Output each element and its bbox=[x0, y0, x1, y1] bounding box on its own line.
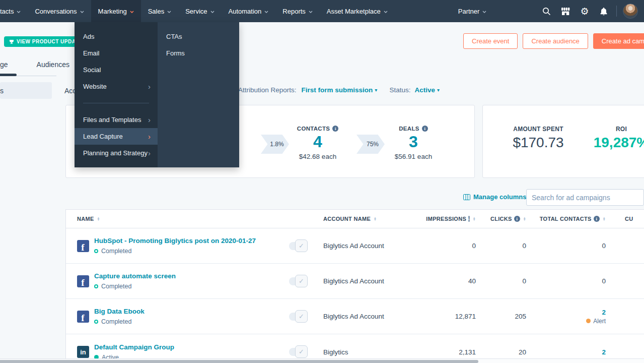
menu-item-social[interactable]: Social bbox=[75, 62, 158, 78]
nav-item-partner[interactable]: Partner bbox=[451, 0, 494, 22]
attribution-report-dropdown[interactable]: First form submission bbox=[302, 86, 373, 94]
info-icon[interactable]: i bbox=[422, 126, 428, 132]
nav-item-sales[interactable]: Sales bbox=[141, 0, 179, 22]
menu-item-email[interactable]: Email bbox=[75, 45, 158, 62]
submenu-item-ctas[interactable]: CTAs bbox=[158, 28, 239, 45]
table-row: f HubSpot - Promoting Biglytics post on … bbox=[66, 228, 644, 264]
columns-icon bbox=[463, 194, 470, 200]
chevron-down-icon bbox=[210, 11, 214, 13]
impressions-cell: 40 bbox=[427, 277, 476, 285]
campaign-link[interactable]: Big Data Ebook bbox=[94, 308, 145, 315]
contacts-value[interactable]: 4 bbox=[282, 133, 353, 151]
campaign-enable-toggle[interactable]: ✓ bbox=[289, 277, 306, 285]
menu-item-lead-capture[interactable]: Lead Capture › bbox=[75, 128, 158, 145]
chevron-down-icon bbox=[130, 11, 134, 13]
nav-item-label: Service bbox=[185, 8, 207, 15]
submenu-item-forms[interactable]: Forms bbox=[158, 45, 239, 62]
top-navigation: tacts Conversations Marketing Sales Serv… bbox=[0, 0, 644, 22]
marketing-dropdown-menu: Ads Email Social Website › Files and Tem… bbox=[75, 22, 239, 167]
deals-metric: DEALS i 3 $56.91 each bbox=[378, 126, 449, 160]
create-audience-button[interactable]: Create audience bbox=[523, 33, 588, 49]
tab-manage[interactable]: ge bbox=[0, 56, 14, 76]
total-contacts-cell: 0 bbox=[526, 277, 606, 285]
totals-card: AMOUNT SPENT $170.73 ROI 19,287% bbox=[482, 105, 644, 178]
nav-item-service[interactable]: Service bbox=[178, 0, 221, 22]
facebook-icon: f bbox=[77, 240, 89, 252]
campaign-enable-toggle[interactable]: ✓ bbox=[289, 313, 306, 321]
column-header-total-contacts[interactable]: TOTAL CONTACTS i ▲▼ bbox=[526, 216, 606, 222]
search-input[interactable] bbox=[526, 189, 644, 206]
status-dropdown[interactable]: Active bbox=[414, 86, 435, 94]
facebook-icon: f bbox=[77, 311, 89, 323]
chevron-right-icon: › bbox=[148, 133, 151, 140]
roi-metric: ROI 19,287% bbox=[591, 126, 644, 151]
nav-item-label: Partner bbox=[458, 8, 480, 15]
notifications-bell-icon[interactable] bbox=[594, 0, 613, 22]
filter-pill[interactable]: s bbox=[0, 82, 52, 99]
menu-item-planning-and-strategy[interactable]: Planning and Strategy › bbox=[75, 145, 158, 161]
column-header-name[interactable]: NAME ▲▼ bbox=[77, 216, 100, 222]
campaign-enable-toggle[interactable]: ✓ bbox=[289, 242, 306, 250]
attribution-reports-label: Attribution Reports: bbox=[238, 86, 297, 94]
campaign-link[interactable]: HubSpot - Promoting Biglytics post on 20… bbox=[94, 237, 256, 245]
nav-item-marketing[interactable]: Marketing bbox=[91, 0, 141, 22]
chevron-down-icon bbox=[384, 11, 388, 13]
nav-item-label: Reports bbox=[282, 8, 306, 15]
impressions-cell: 2,131 bbox=[427, 348, 476, 356]
nav-item-label: Automation bbox=[229, 8, 262, 15]
settings-gear-icon[interactable]: ⚙ bbox=[575, 0, 594, 22]
clicks-cell: 20 bbox=[476, 348, 526, 356]
info-icon[interactable]: i bbox=[594, 216, 600, 222]
search-box bbox=[526, 189, 644, 206]
create-ad-campaign-button[interactable]: Create ad campaign bbox=[593, 33, 644, 49]
column-header-clicks[interactable]: CLICKS i ▲▼ bbox=[476, 216, 526, 222]
info-icon[interactable]: i bbox=[514, 216, 520, 222]
contacts-label: CONTACTS bbox=[297, 126, 330, 132]
marketplace-icon[interactable] bbox=[556, 0, 575, 22]
clicks-cell: 0 bbox=[476, 242, 526, 250]
table-row: in Default Campaign Group Active ✓ Bigly… bbox=[66, 334, 644, 359]
menu-item-website[interactable]: Website › bbox=[75, 78, 158, 95]
chevron-down-icon bbox=[264, 11, 268, 13]
chevron-right-icon: › bbox=[148, 116, 151, 124]
account-name-cell: Biglytics bbox=[323, 348, 427, 356]
create-event-button[interactable]: Create event bbox=[463, 33, 518, 49]
campaign-status: Completed bbox=[94, 283, 176, 290]
menu-item-files-and-templates[interactable]: Files and Templates › bbox=[75, 111, 158, 128]
total-contacts-link[interactable]: 2 bbox=[602, 309, 606, 316]
alert-dot-icon bbox=[586, 319, 591, 323]
trophy-icon bbox=[9, 39, 14, 44]
nav-item-reports[interactable]: Reports bbox=[275, 0, 320, 22]
campaign-link[interactable]: Capture automate screen bbox=[94, 272, 176, 280]
tab-audiences[interactable]: Audiences bbox=[14, 56, 76, 76]
avatar[interactable] bbox=[623, 4, 638, 19]
account-name-cell: Biglytics Ad Account bbox=[323, 242, 427, 250]
header-action-buttons: Create event Create audience Create ad c… bbox=[463, 33, 644, 49]
ad-campaigns-table: NAME ▲▼ ACCOUNT NAME ▲▼ IMPRESSIONS i ▲▼… bbox=[65, 209, 644, 359]
nav-item-conversations[interactable]: Conversations bbox=[28, 0, 91, 22]
info-icon[interactable]: i bbox=[332, 126, 338, 132]
menu-divider bbox=[83, 103, 149, 103]
account-name-cell: Biglytics Ad Account bbox=[323, 277, 427, 285]
page-tabs: ge Audiences bbox=[0, 56, 56, 76]
chevron-right-icon: › bbox=[148, 83, 151, 90]
info-icon[interactable]: i bbox=[468, 216, 470, 222]
nav-item-asset-marketplace[interactable]: Asset Marketplace bbox=[320, 0, 395, 22]
chevron-down-icon: ▾ bbox=[375, 87, 377, 93]
deals-value[interactable]: 3 bbox=[378, 133, 449, 151]
manage-columns-button[interactable]: Manage columns bbox=[463, 193, 526, 201]
search-icon[interactable] bbox=[537, 0, 556, 22]
campaign-link[interactable]: Default Campaign Group bbox=[94, 343, 174, 351]
campaign-enable-toggle[interactable]: ✓ bbox=[289, 348, 306, 356]
column-header-account-name[interactable]: ACCOUNT NAME ▲▼ bbox=[323, 216, 427, 222]
menu-item-ads[interactable]: Ads bbox=[75, 28, 158, 45]
nav-item-contacts[interactable]: tacts bbox=[0, 0, 28, 22]
column-header-impressions[interactable]: IMPRESSIONS i ▲▼ bbox=[427, 216, 476, 222]
column-header-cu[interactable]: CU bbox=[625, 216, 644, 222]
chevron-down-icon bbox=[17, 11, 21, 13]
completed-status-icon bbox=[94, 284, 98, 288]
chevron-right-icon: › bbox=[148, 149, 151, 157]
total-contacts-link[interactable]: 2 bbox=[602, 348, 606, 356]
nav-item-automation[interactable]: Automation bbox=[222, 0, 276, 22]
horizontal-scrollbar-thumb[interactable] bbox=[0, 360, 478, 363]
